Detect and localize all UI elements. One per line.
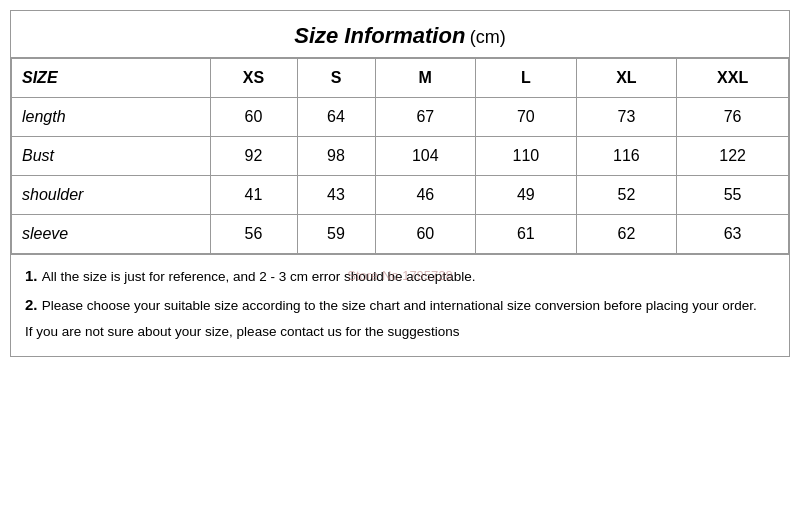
size-info-container: Size Information (cm) SIZE XS S M L XL X… (10, 10, 790, 357)
header-l: L (476, 59, 577, 98)
cell-shoulder-4: 52 (576, 176, 677, 215)
note-item-2: If you are not sure about your size, ple… (25, 322, 775, 342)
cell-length-0: 60 (210, 98, 297, 137)
title-unit: (cm) (470, 27, 506, 47)
cell-sleeve-0: 56 (210, 215, 297, 254)
cell-sleeve-1: 59 (297, 215, 375, 254)
cell-shoulder-1: 43 (297, 176, 375, 215)
cell-shoulder-5: 55 (677, 176, 789, 215)
note-number-0: 1. (25, 267, 42, 284)
header-size: SIZE (12, 59, 211, 98)
table-header-row: SIZE XS S M L XL XXL (12, 59, 789, 98)
title-main: Size Information (294, 23, 465, 48)
cell-length-2: 67 (375, 98, 476, 137)
header-xl: XL (576, 59, 677, 98)
cell-length-1: 64 (297, 98, 375, 137)
cell-shoulder-3: 49 (476, 176, 577, 215)
cell-Bust-5: 122 (677, 137, 789, 176)
cell-Bust-3: 110 (476, 137, 577, 176)
cell-shoulder-0: 41 (210, 176, 297, 215)
header-xxl: XXL (677, 59, 789, 98)
cell-shoulder-2: 46 (375, 176, 476, 215)
notes-section: 1. All the size is just for reference, a… (11, 254, 789, 356)
cell-Bust-4: 116 (576, 137, 677, 176)
row-label-sleeve: sleeve (12, 215, 211, 254)
cell-Bust-2: 104 (375, 137, 476, 176)
header-s: S (297, 59, 375, 98)
table-row: shoulder414346495255 (12, 176, 789, 215)
header-xs: XS (210, 59, 297, 98)
row-label-length: length (12, 98, 211, 137)
cell-length-5: 76 (677, 98, 789, 137)
cell-sleeve-4: 62 (576, 215, 677, 254)
cell-Bust-0: 92 (210, 137, 297, 176)
cell-sleeve-2: 60 (375, 215, 476, 254)
table-row: Bust9298104110116122 (12, 137, 789, 176)
title-row: Size Information (cm) (11, 11, 789, 58)
note-number-1: 2. (25, 296, 42, 313)
cell-sleeve-3: 61 (476, 215, 577, 254)
table-row: sleeve565960616263 (12, 215, 789, 254)
note-item-0: 1. All the size is just for reference, a… (25, 265, 775, 288)
row-label-Bust: Bust (12, 137, 211, 176)
row-label-shoulder: shoulder (12, 176, 211, 215)
cell-length-4: 73 (576, 98, 677, 137)
cell-length-3: 70 (476, 98, 577, 137)
cell-sleeve-5: 63 (677, 215, 789, 254)
table-row: length606467707376 (12, 98, 789, 137)
size-table: SIZE XS S M L XL XXL length606467707376B… (11, 58, 789, 254)
cell-Bust-1: 98 (297, 137, 375, 176)
note-item-1: 2. Please choose your suitable size acco… (25, 294, 775, 317)
header-m: M (375, 59, 476, 98)
